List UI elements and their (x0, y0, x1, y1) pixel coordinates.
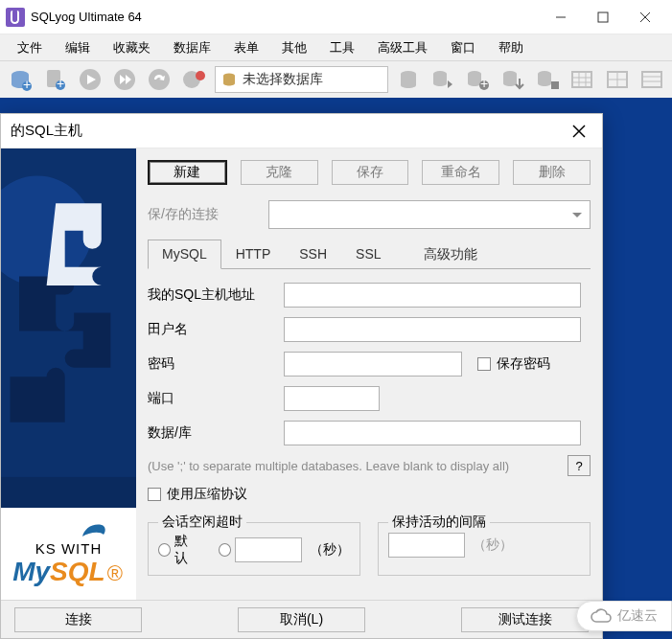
dialog-title: 的SQL主机 (11, 122, 82, 140)
minimize-button[interactable] (540, 4, 582, 31)
host-input[interactable] (284, 283, 581, 308)
menu-table[interactable]: 表单 (222, 35, 270, 60)
svg-rect-35 (642, 72, 661, 87)
svg-rect-26 (551, 81, 559, 89)
menu-window[interactable]: 窗口 (439, 35, 487, 60)
connection-tabs: MySQL HTTP SSH SSL 高级功能 (148, 239, 591, 269)
app-title: SQLyog Ultimate 64 (31, 10, 142, 24)
save-password-checkbox[interactable] (477, 357, 491, 371)
rename-button[interactable]: 重命名 (422, 160, 499, 185)
tool-icon-grid3[interactable] (637, 64, 666, 95)
menu-advtools[interactable]: 高级工具 (366, 35, 439, 60)
test-connection-button[interactable]: 测试连接 (461, 607, 589, 632)
stop-icon[interactable] (180, 64, 209, 95)
save-button[interactable]: 保存 (332, 160, 409, 185)
close-icon (572, 125, 586, 138)
tool-icon-2[interactable] (429, 64, 457, 95)
keepalive-unit: （秒） (473, 536, 513, 554)
watermark: 亿速云 (576, 601, 672, 631)
idle-legend: 会话空闲超时 (158, 513, 246, 531)
user-label: 田户名 (148, 321, 268, 338)
tool-icon-5[interactable] (533, 64, 562, 95)
idle-timeout-group: 会话空闲超时 默认 （秒） (148, 522, 360, 576)
watermark-text: 亿速云 (617, 607, 658, 625)
password-input[interactable] (284, 352, 462, 377)
compress-label: 使用压缩协议 (167, 486, 247, 503)
dialog-sidebar: KS WITH MySQL® (1, 148, 136, 600)
connect-button[interactable]: 连接 (14, 607, 142, 632)
keepalive-group: 保持活动的间隔 （秒） (378, 522, 591, 576)
menu-favorite[interactable]: 收藏夹 (102, 35, 162, 60)
svg-point-17 (196, 71, 205, 80)
title-bar: SQLyog Ultimate 64 (0, 0, 672, 34)
user-input[interactable] (284, 317, 581, 342)
works-with-mysql: KS WITH MySQL® (1, 508, 136, 600)
host-label: 我的SQL主机地址 (148, 286, 268, 304)
dialog-close-button[interactable] (566, 118, 592, 145)
menu-help[interactable]: 帮助 (487, 35, 535, 60)
close-button[interactable] (624, 4, 666, 31)
tab-ssl[interactable]: SSL (341, 240, 395, 269)
new-connection-icon[interactable]: + (6, 64, 35, 95)
app-icon (6, 8, 25, 27)
svg-text:+: + (57, 76, 64, 91)
dolphin-icon (81, 521, 107, 540)
svg-rect-27 (572, 72, 591, 87)
database-input[interactable] (284, 421, 581, 445)
execute-all-icon[interactable] (110, 64, 139, 95)
port-input[interactable] (284, 386, 380, 411)
tool-icon-1[interactable] (394, 64, 423, 95)
connection-dialog: 的SQL主机 KS WITH MySQL® (0, 113, 603, 639)
idle-default-label: 默认 (174, 533, 199, 567)
tab-advanced[interactable]: 高级功能 (409, 240, 492, 269)
connection-form: 新建 克隆 保存 重命名 删除 保/存的连接 MySQL HTTP SSH SS… (136, 148, 602, 600)
new-button[interactable]: 新建 (148, 160, 227, 185)
menu-edit[interactable]: 编辑 (54, 35, 102, 60)
refresh-icon[interactable] (145, 64, 174, 95)
tool-icon-4[interactable] (498, 64, 527, 95)
idle-default-radio[interactable] (158, 543, 171, 557)
saved-connection-select[interactable] (268, 200, 591, 229)
database-label: 数据/库 (148, 424, 268, 442)
database-hint: (Use ';' to separate multiple databases.… (148, 459, 568, 473)
keepalive-legend: 保持活动的间隔 (388, 513, 490, 531)
clone-button[interactable]: 克隆 (241, 160, 318, 185)
cancel-button[interactable]: 取消(L) (238, 607, 365, 632)
help-button[interactable]: ? (568, 455, 591, 476)
tab-ssh[interactable]: SSH (285, 240, 341, 269)
cloud-icon (591, 608, 612, 624)
password-label: 密码 (148, 355, 268, 373)
maximize-button[interactable] (582, 4, 624, 31)
svg-text:+: + (480, 76, 488, 91)
execute-icon[interactable] (76, 64, 104, 95)
menu-bar: 文件 编辑 收藏夹 数据库 表单 其他 工具 高级工具 窗口 帮助 (0, 34, 672, 61)
menu-file[interactable]: 文件 (6, 35, 54, 60)
cylinder-icon (221, 72, 237, 87)
tool-icon-3[interactable]: + (463, 64, 492, 95)
svg-rect-1 (598, 12, 608, 22)
menu-database[interactable]: 数据库 (162, 35, 222, 60)
new-query-icon[interactable]: + (40, 64, 69, 95)
menu-other[interactable]: 其他 (270, 35, 318, 60)
port-label: 端口 (148, 390, 268, 407)
database-selector[interactable]: 未选择数据库 (215, 66, 388, 93)
tab-mysql[interactable]: MySQL (148, 240, 221, 269)
saved-connection-label: 保/存的连接 (148, 206, 268, 223)
compress-checkbox[interactable] (148, 488, 161, 501)
idle-seconds-input[interactable] (235, 537, 302, 562)
tab-http[interactable]: HTTP (221, 240, 286, 269)
idle-custom-radio[interactable] (219, 543, 231, 557)
puzzle-graphic (1, 148, 136, 508)
svg-text:+: + (23, 77, 31, 92)
tool-icon-grid2[interactable] (602, 64, 631, 95)
idle-unit: （秒） (310, 541, 350, 559)
delete-button[interactable]: 删除 (513, 160, 591, 185)
db-selector-text: 未选择数据库 (243, 71, 323, 88)
tool-icon-grid1[interactable] (568, 64, 596, 95)
save-password-label: 保存密码 (497, 355, 550, 373)
dialog-footer: 连接 取消(L) 测试连接 (1, 600, 602, 638)
keepalive-seconds-input[interactable] (388, 533, 465, 558)
menu-tools[interactable]: 工具 (318, 35, 366, 60)
dialog-titlebar: 的SQL主机 (1, 114, 602, 148)
tool-bar: + + 未选择数据库 + (0, 61, 672, 100)
